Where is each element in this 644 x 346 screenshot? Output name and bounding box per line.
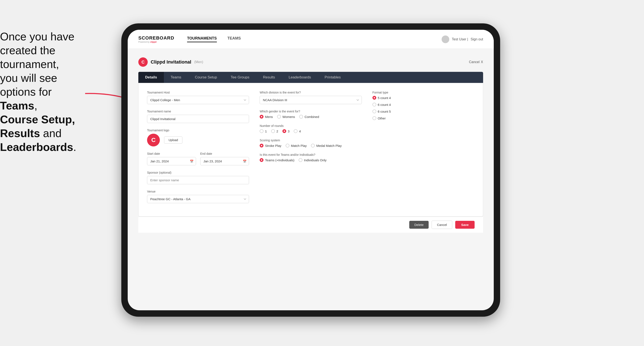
scoring-stroke-radio[interactable]	[260, 144, 264, 148]
format-other[interactable]: Other	[372, 116, 474, 120]
logo-brand: clippd	[150, 41, 156, 43]
format-6count4[interactable]: 6 count 4	[372, 103, 474, 107]
tournament-title-area: C Clippd Invitational (Men)	[138, 57, 203, 67]
rounds-2-label: 2	[276, 129, 278, 133]
start-date-input[interactable]	[147, 157, 196, 165]
scoring-match[interactable]: Match Play	[286, 144, 307, 148]
format-label: Format type	[372, 91, 474, 94]
sponsor-input[interactable]	[147, 176, 249, 184]
format-5count4[interactable]: 5 count 4	[372, 96, 474, 100]
rounds-1-radio[interactable]	[260, 129, 264, 133]
teams-plus-ind-label: Teams (+Individuals)	[265, 158, 294, 162]
rounds-group: Number of rounds 1 2	[260, 124, 362, 133]
tab-tee-groups[interactable]: Tee Groups	[224, 72, 256, 83]
instruction-results: Results	[0, 127, 40, 139]
nav-teams[interactable]: TEAMS	[228, 36, 241, 42]
form-panel: Tournament Host Clippd College - Men Tou…	[138, 83, 483, 217]
gender-mens[interactable]: Mens	[260, 115, 273, 119]
tab-details[interactable]: Details	[138, 72, 164, 83]
rounds-1[interactable]: 1	[260, 129, 267, 133]
instruction-line4: you will see	[0, 72, 57, 84]
cancel-button[interactable]: Cancel	[432, 221, 452, 229]
gender-mens-radio[interactable]	[260, 115, 264, 119]
rounds-3-radio[interactable]	[282, 129, 286, 133]
scoring-match-radio[interactable]	[286, 144, 290, 148]
tournament-logo-group: Tournament logo C Upload	[147, 129, 249, 147]
tournament-name-input[interactable]	[147, 115, 249, 123]
cancel-top-button[interactable]: Cancel X	[469, 60, 483, 64]
upload-button[interactable]: Upload	[164, 137, 182, 144]
teams-label: Is this event for Teams and/or Individua…	[260, 153, 362, 157]
end-date-input[interactable]	[200, 157, 249, 165]
teams-plus-ind-radio[interactable]	[260, 158, 264, 162]
delete-button[interactable]: Delete	[409, 221, 428, 229]
rounds-radio-group: 1 2 3	[260, 129, 362, 133]
form-col-1: Tournament Host Clippd College - Men Tou…	[147, 91, 249, 209]
gender-womens-radio[interactable]	[277, 115, 281, 119]
tab-teams[interactable]: Teams	[164, 72, 188, 83]
scoring-match-label: Match Play	[291, 144, 307, 148]
gender-combined[interactable]: Combined	[299, 115, 319, 119]
sponsor-label: Sponsor (optional)	[147, 171, 249, 174]
ind-only[interactable]: Individuals Only	[298, 158, 326, 162]
gender-womens[interactable]: Womens	[277, 115, 295, 119]
logo-title: SCOREBOARD	[138, 35, 174, 41]
format-6count5[interactable]: 6 count 5	[372, 109, 474, 113]
nav-signout[interactable]: Sign out	[470, 37, 483, 41]
rounds-2-radio[interactable]	[271, 129, 275, 133]
tournament-logo-label: Tournament logo	[147, 129, 249, 132]
instruction-course: Course Setup,	[0, 113, 75, 126]
teams-plus-ind[interactable]: Teams (+Individuals)	[260, 158, 294, 162]
gender-combined-radio[interactable]	[299, 115, 303, 119]
scoring-medal[interactable]: Medal Match Play	[311, 144, 342, 148]
scoring-stroke[interactable]: Stroke Play	[260, 144, 281, 148]
user-avatar	[442, 35, 449, 43]
logo-area: SCOREBOARD Powered by clippd	[138, 35, 174, 43]
gender-radio-group: Mens Womens Combined	[260, 115, 362, 119]
format-other-radio[interactable]	[372, 116, 376, 120]
ind-only-label: Individuals Only	[304, 158, 326, 162]
tournament-name-label: Tournament name	[147, 110, 249, 113]
instruction-line3: tournament,	[0, 58, 59, 70]
division-select[interactable]: NCAA Division III	[260, 96, 362, 104]
format-5count4-radio[interactable]	[372, 96, 376, 100]
tab-course-setup[interactable]: Course Setup	[188, 72, 224, 83]
instruction-line5: options for	[0, 86, 52, 98]
form-col-2: Which division is the event for? NCAA Di…	[260, 91, 362, 209]
scoring-medal-radio[interactable]	[311, 144, 315, 148]
tournament-host-group: Tournament Host Clippd College - Men	[147, 91, 249, 104]
rounds-4[interactable]: 4	[294, 129, 301, 133]
nav-tournaments[interactable]: TOURNAMENTS	[187, 36, 217, 42]
tournament-name-group: Tournament name	[147, 110, 249, 123]
division-group: Which division is the event for? NCAA Di…	[260, 91, 362, 104]
tablet-screen: SCOREBOARD Powered by clippd TOURNAMENTS…	[128, 30, 494, 310]
venue-select[interactable]: Peachtree GC - Atlanta - GA	[147, 195, 249, 203]
format-6count4-radio[interactable]	[372, 103, 376, 107]
venue-label: Venue	[147, 190, 249, 193]
tournament-host-select[interactable]: Clippd College - Men	[147, 96, 249, 104]
scoring-radio-group: Stroke Play Match Play Medal Match Play	[260, 144, 362, 148]
rounds-3[interactable]: 3	[282, 129, 290, 133]
rounds-4-radio[interactable]	[294, 129, 298, 133]
instruction-line2: created the	[0, 44, 55, 56]
gender-womens-label: Womens	[282, 115, 295, 119]
tab-leaderboards[interactable]: Leaderboards	[282, 72, 318, 83]
app-container: SCOREBOARD Powered by clippd TOURNAMENTS…	[128, 30, 494, 310]
instruction-panel: Once you have created the tournament, yo…	[0, 30, 98, 154]
tab-printables[interactable]: Printables	[318, 72, 348, 83]
ind-only-radio[interactable]	[298, 158, 302, 162]
top-nav: SCOREBOARD Powered by clippd TOURNAMENTS…	[128, 30, 494, 49]
save-button[interactable]: Save	[455, 221, 474, 229]
tournament-host-label: Tournament Host	[147, 91, 249, 94]
end-date-group: End date 📅	[200, 152, 249, 165]
form-col-3: Format type 5 count 4 6 count 4	[372, 91, 474, 209]
instruction-line1: Once you have	[0, 30, 74, 43]
teams-group: Is this event for Teams and/or Individua…	[260, 153, 362, 162]
tab-results[interactable]: Results	[256, 72, 282, 83]
venue-group: Venue Peachtree GC - Atlanta - GA	[147, 190, 249, 203]
format-6count5-radio[interactable]	[372, 109, 376, 113]
gender-mens-label: Mens	[265, 115, 273, 119]
rounds-2[interactable]: 2	[271, 129, 278, 133]
dates-group: Start date 📅 End date	[147, 152, 249, 165]
logo-subtitle: Powered by clippd	[138, 41, 174, 43]
